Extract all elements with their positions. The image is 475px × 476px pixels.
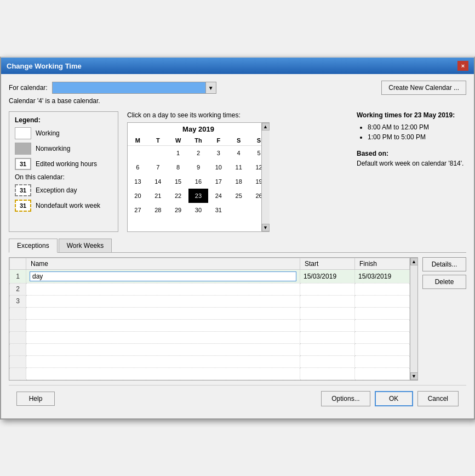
calendar-day[interactable]: 21 [148, 189, 168, 203]
row-name[interactable] [26, 295, 300, 307]
based-on-text: Default work week on calendar '814'. [357, 160, 466, 167]
calendar-grid: M T W Th F S S 1234567891011121314151617… [128, 135, 269, 231]
legend-working: Working [15, 127, 112, 139]
details-button[interactable]: Details... [422, 257, 466, 271]
calendar-day[interactable]: 6 [128, 160, 148, 174]
tab-exceptions[interactable]: Exceptions [9, 239, 58, 253]
legend-nondefault: 31 Nondefault work week [15, 200, 112, 212]
calendar-day[interactable]: 16 [188, 174, 209, 189]
close-button[interactable]: × [457, 61, 468, 71]
scroll-up-button[interactable]: ▲ [262, 123, 270, 131]
calendar-day[interactable]: 27 [128, 203, 148, 217]
help-button[interactable]: Help [16, 392, 55, 406]
table-header-row: Name Start Finish [10, 258, 417, 269]
tabs-row: Exceptions Work Weeks [9, 239, 466, 253]
edited-label: Edited working hours [36, 160, 97, 168]
tab-work-weeks[interactable]: Work Weeks [59, 239, 112, 252]
calendar-scrollbar: ▲ ▼ [261, 123, 269, 231]
calendar-day[interactable]: 25 [228, 189, 249, 203]
calendar-day[interactable]: 15 [168, 174, 188, 189]
table-row[interactable]: 2 [10, 283, 417, 295]
row-start [300, 319, 355, 331]
create-new-calendar-button[interactable]: Create New Calendar ... [381, 81, 466, 95]
row-finish [355, 319, 410, 331]
table-scroll-down[interactable]: ▼ [410, 372, 418, 380]
table-row[interactable] [10, 355, 417, 367]
table-row[interactable]: 3 [10, 295, 417, 307]
calendar-day [188, 217, 209, 231]
table-scroll-track [410, 265, 418, 372]
calendar-day[interactable]: 17 [208, 174, 228, 189]
calendar-day[interactable]: 30 [188, 203, 209, 217]
row-name[interactable] [26, 331, 300, 343]
working-time-2: 1:00 PM to 5:00 PM [368, 133, 466, 141]
legend-nonworking: Nonworking [15, 143, 112, 155]
calendar-day[interactable]: 10 [208, 160, 228, 174]
table-row[interactable]: 115/03/201915/03/2019 [10, 269, 417, 283]
row-name[interactable] [26, 269, 300, 283]
calendar-day[interactable]: 24 [208, 189, 228, 203]
row-name[interactable] [26, 367, 300, 379]
calendar-picker-section: Click on a day to see its working times:… [127, 111, 348, 232]
row-finish [355, 283, 410, 295]
nonworking-label: Nonworking [36, 145, 70, 152]
based-on-title: Based on: [357, 150, 466, 157]
calendar-day[interactable]: 11 [228, 160, 249, 174]
calendar-day[interactable]: 31 [208, 203, 228, 217]
col-name: Name [26, 258, 300, 269]
row-name[interactable] [26, 355, 300, 367]
working-time-1: 8:00 AM to 12:00 PM [368, 123, 466, 131]
row-name[interactable] [26, 307, 300, 319]
calendar-day [128, 146, 148, 160]
calendar-day [228, 203, 249, 217]
legend-box: Legend: Working Nonworking 31 Edited wor… [9, 111, 118, 232]
calendar-day[interactable]: 9 [188, 160, 209, 174]
calendar-day[interactable]: 28 [148, 203, 168, 217]
calendar-day [228, 217, 249, 231]
delete-button[interactable]: Delete [422, 275, 466, 289]
calendar-day[interactable]: 23 [188, 189, 209, 203]
calendar-day[interactable]: 7 [148, 160, 168, 174]
table-row[interactable] [10, 307, 417, 319]
calendar-day[interactable]: 2 [188, 146, 209, 160]
calendar-day[interactable]: 22 [168, 189, 188, 203]
table-section: Name Start Finish 115/03/201915/03/20192… [9, 257, 466, 381]
calendar-day[interactable]: 29 [168, 203, 188, 217]
calendar-day[interactable]: 20 [128, 189, 148, 203]
row-name[interactable] [26, 319, 300, 331]
calendar-day[interactable]: 4 [228, 146, 249, 160]
row-name[interactable] [26, 343, 300, 355]
calendar-input[interactable] [52, 82, 205, 94]
day-header-W: W [168, 135, 188, 146]
table-row[interactable] [10, 319, 417, 331]
row-number [10, 355, 26, 367]
side-buttons: Details... Delete [422, 257, 466, 381]
table-row[interactable] [10, 367, 417, 379]
options-button[interactable]: Options... [321, 391, 370, 406]
ok-button[interactable]: OK [375, 391, 413, 406]
col-num [10, 258, 26, 269]
scroll-down-button[interactable]: ▼ [262, 224, 270, 231]
name-input[interactable] [30, 271, 296, 281]
table-row[interactable] [10, 331, 417, 343]
calendar-day[interactable]: 13 [128, 174, 148, 189]
row-finish: 15/03/2019 [355, 269, 410, 283]
table-row[interactable] [10, 343, 417, 355]
table-scroll-up[interactable]: ▲ [410, 258, 418, 265]
calendar-day[interactable]: 18 [228, 174, 249, 189]
edited-swatch: 31 [15, 158, 31, 170]
row-start [300, 295, 355, 307]
calendar-day[interactable]: 3 [208, 146, 228, 160]
cancel-button[interactable]: Cancel [417, 391, 459, 406]
calendar-header-row: M T W Th F S S [128, 135, 269, 146]
calendar-day[interactable]: 1 [168, 146, 188, 160]
bottom-left-buttons: Help [16, 392, 55, 406]
nondefault-label: Nondefault work week [36, 202, 100, 209]
row-number [10, 331, 26, 343]
dropdown-arrow[interactable]: ▼ [205, 82, 216, 94]
calendar-day[interactable]: 8 [168, 160, 188, 174]
row-start: 15/03/2019 [300, 269, 355, 283]
working-swatch [15, 127, 31, 139]
row-name[interactable] [26, 283, 300, 295]
calendar-day[interactable]: 14 [148, 174, 168, 189]
